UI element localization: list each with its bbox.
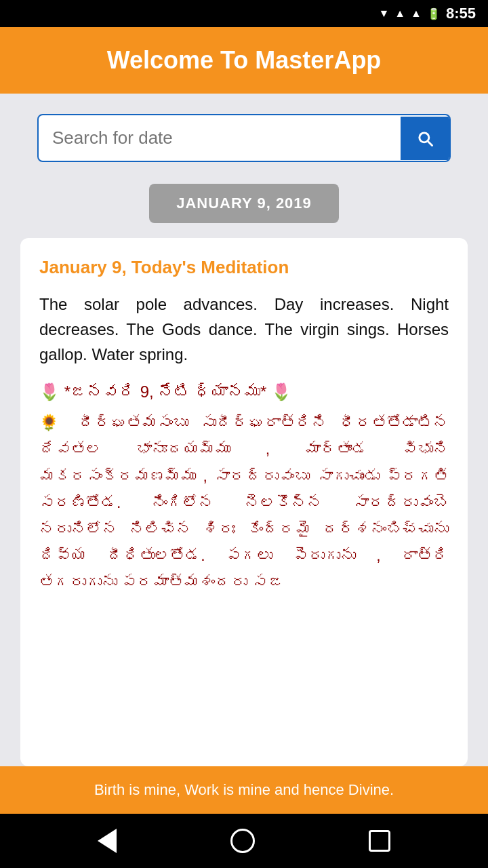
nav-recent-button[interactable] [369,830,390,852]
footer-banner: Birth is mine, Work is mine and hence Di… [0,766,488,814]
home-icon [230,829,255,853]
date-badge: JANUARY 9, 2019 [149,184,339,223]
card-english-body: The solar pole advances. Day increases. … [39,292,449,368]
status-time: 8:55 [446,5,476,22]
card-emoji-line: 🌷 *జనవరి 9, నేటి ధ్యానము* 🌷 [39,378,449,406]
card-title: January 9, Today's Meditation [39,257,449,278]
nav-bar [0,814,488,868]
search-box [37,114,451,162]
search-area [0,94,488,169]
date-badge-container: JANUARY 9, 2019 [0,169,488,238]
status-bar: ▼ ▲ ▲ 🔋 8:55 [0,0,488,27]
nav-back-button[interactable] [98,829,117,853]
nav-home-button[interactable] [230,829,255,853]
search-input[interactable] [39,115,401,161]
app-header: Welcome To MasterApp [0,27,488,94]
wifi-icon: ▼ [378,7,389,20]
back-icon [98,829,117,853]
battery-icon: 🔋 [427,7,441,20]
content-card: January 9, Today's Meditation The solar … [20,238,468,766]
status-icons: ▼ ▲ ▲ 🔋 8:55 [378,5,476,22]
signal-icon-2: ▲ [411,7,422,20]
search-button[interactable] [401,117,449,160]
signal-icon-1: ▲ [394,7,405,20]
footer-text: Birth is mine, Work is mine and hence Di… [94,781,394,798]
app-title: Welcome To MasterApp [14,46,474,75]
card-telugu-body: 🌻 దీర్ఘతమసంబు సుదీర్ఘరాత్రిని ధీరతతోడాటి… [39,410,449,595]
search-icon [415,129,434,148]
recent-icon [369,830,390,852]
